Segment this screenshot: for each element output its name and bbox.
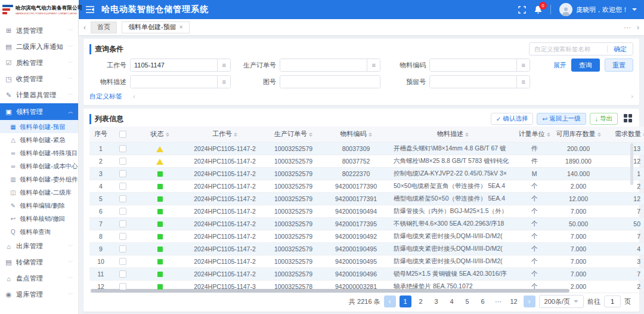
row-material-code: 942000190492 (323, 230, 389, 242)
sidebar-item-receiving[interactable]: ◳ 收货管理 ﹀ (0, 71, 78, 87)
row-checkbox[interactable] (119, 233, 126, 240)
production-order-input[interactable] (280, 59, 367, 71)
material-code-input[interactable] (430, 59, 516, 71)
page-size-select[interactable]: 200条/页 (539, 295, 584, 308)
tab-home[interactable]: 首页 (91, 21, 117, 33)
tags-scroll-right-icon[interactable]: › (631, 93, 633, 100)
filter-icon[interactable]: ≡ (516, 76, 530, 88)
sidebar-item-stocktake[interactable]: ⌂ 盘点管理 ﹀ (0, 270, 78, 287)
col-demand[interactable]: 需求数量 (605, 127, 644, 142)
tabs-more-icon[interactable]: ··· (624, 23, 631, 32)
row-checkbox[interactable] (119, 208, 126, 215)
prev-page-button[interactable]: ‹ (384, 295, 396, 307)
fullscreen-icon[interactable] (518, 6, 526, 14)
expand-link[interactable]: 展开 (553, 61, 566, 70)
sidebar-subitem-create-special[interactable]: ∞ 领料单创建-特殊项目 (0, 146, 78, 159)
confirm-tag-button[interactable]: 确定 (608, 45, 633, 54)
page-6[interactable]: 6 (477, 295, 489, 307)
sidebar-subitem-query[interactable]: Q 领料单查询 (0, 225, 78, 238)
back-to-parent-button[interactable]: ↩ 返回上一级 (537, 113, 586, 125)
table-row[interactable]: 10 2024HPC1105-1147-2 10003252579 942000… (89, 255, 644, 267)
sidebar-item-return[interactable]: ◉ 退库管理 ﹀ (0, 287, 78, 303)
table-row[interactable]: 12 2024HPC1105-1147-3 10003252578 942000… (89, 280, 644, 293)
drawing-no-input[interactable] (280, 76, 380, 88)
col-work-no[interactable]: 工作号 (186, 127, 264, 142)
tabs-scroll-left-icon[interactable]: ‹ (83, 23, 86, 32)
table-row[interactable]: 4 2024HPC1105-1147-2 10003252579 9420001… (89, 180, 644, 192)
row-checkbox[interactable] (119, 220, 126, 227)
filter-icon[interactable]: ≡ (516, 59, 530, 71)
row-material-desc: 不锈钢扎带4.6×300 5EA.420.2963/序18 (389, 217, 517, 230)
sidebar-subitem-writeoff-recall[interactable]: ↩ 领料单核销/撤回 (0, 212, 78, 225)
sidebar-collapse-icon[interactable] (86, 6, 94, 13)
filter-icon[interactable]: ≡ (217, 59, 230, 71)
confirm-select-button[interactable]: ✓ 确认选择 (491, 113, 534, 125)
table-row[interactable]: 9 2024HPC1105-1147-2 10003252579 9420001… (89, 242, 644, 255)
sidebar-item-quality[interactable]: ☑ 质检管理 ﹀ (0, 55, 78, 71)
sidebar-item-transfer[interactable]: ▤ 转储管理 ﹀ (0, 254, 78, 270)
table-row[interactable]: 6 2024HPC1105-1147-2 10003252579 9420001… (89, 205, 644, 217)
vertical-scrollbar[interactable] (630, 143, 633, 185)
col-order-no[interactable]: 生产订单号 (264, 127, 323, 142)
row-checkbox[interactable] (119, 158, 126, 165)
page-5[interactable]: 5 (462, 295, 473, 307)
material-desc-input[interactable] (131, 76, 217, 88)
column-settings-icon[interactable] (624, 114, 633, 124)
next-page-button[interactable]: › (524, 295, 535, 307)
page-12[interactable]: 12 (508, 295, 520, 307)
goto-page-input[interactable] (604, 295, 621, 307)
col-desc[interactable]: 物料描述 (389, 127, 517, 142)
sidebar-item-measuring-tools[interactable]: ✎ 计量器具管理 ﹀ (0, 87, 78, 103)
table-row[interactable]: 2 2024HPC1105-1147-2 10003252579 8003775… (89, 155, 644, 167)
tags-scroll-left-icon[interactable]: ‹ (133, 93, 135, 100)
table-row[interactable]: 11 2024HPC1105-1147-2 10003252579 942000… (89, 267, 644, 280)
search-button[interactable]: 查询 (571, 59, 600, 72)
sidebar-subitem-create-outsourced[interactable]: ▥ 领料单创建-委外组件 (0, 173, 78, 186)
row-checkbox[interactable] (119, 183, 126, 190)
tab-close-icon[interactable]: × (179, 24, 183, 30)
table-row[interactable]: 5 2024HPC1105-1147-2 10003252579 9420001… (89, 192, 644, 205)
user-menu[interactable]: 庞晓明，欢迎您！ (559, 3, 637, 16)
page-1[interactable]: 1 (400, 295, 411, 307)
custom-tag-name-input[interactable] (530, 45, 607, 53)
custom-tags-link[interactable]: 自定义标签 (89, 92, 122, 101)
reserve-no-input[interactable] (430, 76, 516, 88)
work-no-input[interactable] (131, 59, 217, 71)
table-row[interactable]: 1 2024HPC1105-1147-2 10003252579 8003730… (89, 142, 644, 155)
row-checkbox[interactable] (119, 258, 126, 265)
sidebar-item-outbound[interactable]: ⌂ 出库管理 ﹀ (0, 238, 78, 254)
row-checkbox[interactable] (119, 170, 126, 177)
row-checkbox[interactable] (119, 145, 126, 152)
col-status[interactable]: 状态 (134, 127, 186, 142)
sidebar-subitem-create-urgent[interactable]: △ 领料单创建-紧急 (0, 133, 78, 146)
table-row[interactable]: 8 2024HPC1105-1147-2 10003252579 9420001… (89, 230, 644, 242)
page-ellipsis[interactable]: ··· (493, 295, 504, 307)
sidebar-item-delivery[interactable]: ⊞ 送货管理 ﹀ (0, 23, 78, 39)
row-checkbox[interactable] (119, 270, 126, 278)
page-3[interactable]: 3 (431, 295, 442, 307)
col-stock[interactable]: 可用库存数量 (552, 127, 605, 142)
page-4[interactable]: 4 (446, 295, 458, 307)
tab-create-reserve[interactable]: 领料单创建-预留 × (122, 21, 190, 33)
col-code[interactable]: 物料编码 (323, 127, 389, 142)
export-button[interactable]: ↓ 导出 (590, 113, 618, 125)
sidebar-subitem-create-cost-center[interactable]: ∞ 领料单创建-成本中心 (0, 159, 78, 173)
row-checkbox[interactable] (119, 245, 126, 253)
sidebar-item-inbound-notice[interactable]: ▤ 二级库入库通知单 ﹀ (0, 39, 78, 55)
row-checkbox[interactable] (119, 283, 126, 290)
reset-button[interactable]: 重置 (605, 59, 633, 72)
select-all-checkbox[interactable] (119, 131, 126, 138)
sidebar-subitem-edit-delete[interactable]: ✎ 领料单编辑/删除 (0, 199, 78, 212)
page-2[interactable]: 2 (415, 295, 427, 307)
row-checkbox[interactable] (119, 195, 126, 202)
table-row[interactable]: 7 2024HPC1105-1147-2 10003252579 9420001… (89, 217, 644, 230)
tabs-scroll-right-icon[interactable]: › (637, 23, 639, 32)
table-row[interactable]: 3 2024HPC1105-1147-2 10003252579 8022237… (89, 167, 644, 180)
sidebar-item-material-requisition[interactable]: ▣ 领料管理 ︿ (0, 103, 78, 120)
filter-icon[interactable]: ≡ (217, 76, 230, 88)
notification-bell-icon[interactable]: 0 (534, 5, 542, 14)
sidebar-subitem-create-secondary-store[interactable]: ◫ 领料单创建-二级库 (0, 186, 78, 199)
filter-icon[interactable]: ≡ (367, 59, 380, 71)
col-unit[interactable]: 计量单位 (517, 127, 552, 142)
sidebar-subitem-create-reserve[interactable]: ▦ 领料单创建-预留 (0, 120, 78, 133)
